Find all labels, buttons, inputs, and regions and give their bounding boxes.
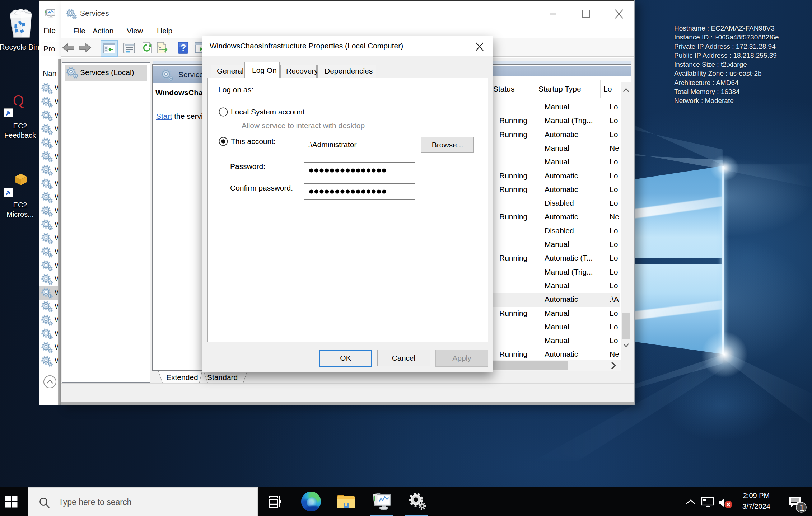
svg-text:Standard: Standard [207,373,238,381]
svg-text:Extended: Extended [166,373,198,381]
svg-text:?: ? [181,43,186,53]
svg-text:1: 1 [799,503,804,512]
